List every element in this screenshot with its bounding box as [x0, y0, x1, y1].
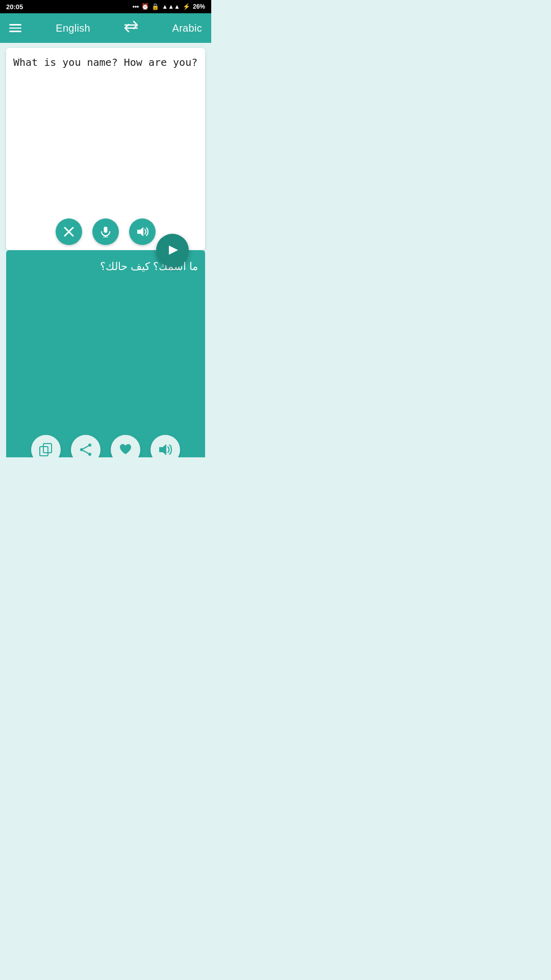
svg-marker-8 [169, 246, 178, 255]
svg-point-13 [88, 453, 91, 456]
status-time: 20:05 [6, 3, 23, 11]
share-button[interactable] [71, 435, 101, 457]
svg-line-14 [83, 446, 89, 449]
svg-point-12 [80, 448, 83, 451]
source-panel: What is you name? How are you? [6, 48, 205, 250]
result-controls [13, 435, 198, 457]
app-body: What is you name? How are you? [0, 48, 211, 457]
source-speak-button[interactable] [129, 218, 156, 245]
menu-button[interactable] [9, 24, 21, 32]
translate-button[interactable] [156, 234, 189, 266]
toolbar: English Arabic [0, 13, 211, 43]
result-text: ما اسمك؟ كيف حالك؟ [13, 258, 198, 430]
svg-point-11 [88, 444, 91, 447]
status-bar: 20:05 ••• ⏰ 🔒 ▲▲▲ ⚡ 26% [0, 0, 211, 13]
favorite-button[interactable] [111, 435, 140, 457]
svg-rect-4 [104, 227, 108, 233]
swap-languages-button[interactable] [124, 21, 138, 35]
source-language-label[interactable]: English [56, 22, 90, 34]
microphone-button[interactable] [92, 218, 119, 245]
svg-line-15 [83, 451, 89, 454]
target-language-label[interactable]: Arabic [172, 22, 203, 34]
svg-marker-16 [159, 444, 166, 455]
source-text-input[interactable]: What is you name? How are you? [13, 55, 198, 213]
svg-marker-7 [137, 227, 143, 236]
result-panel: ما اسمك؟ كيف حالك؟ [6, 250, 205, 457]
result-speak-button[interactable] [151, 435, 180, 457]
status-icons: ••• ⏰ 🔒 ▲▲▲ ⚡ 26% [133, 3, 205, 10]
copy-button[interactable] [31, 435, 61, 457]
clear-button[interactable] [56, 218, 82, 245]
